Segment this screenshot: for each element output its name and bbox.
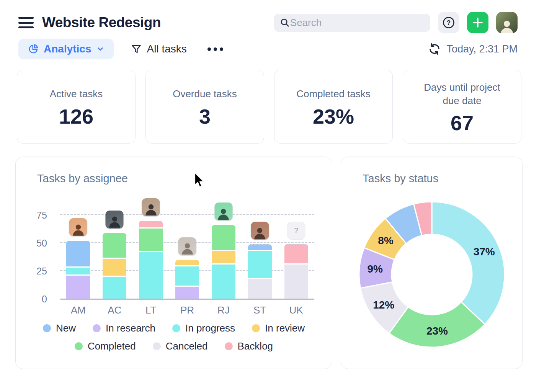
bar-plot: ? <box>60 198 314 299</box>
chevron-down-icon <box>96 45 105 53</box>
x-tick-label: RJ <box>205 304 242 316</box>
x-tick-label: PR <box>169 304 206 316</box>
stat-value: 126 <box>59 105 93 128</box>
stat-value: 67 <box>451 111 474 135</box>
pie-chart-icon <box>28 43 39 55</box>
bar-x-axis-line <box>60 299 314 300</box>
legend-item-backlog[interactable]: Backlog <box>225 340 273 352</box>
bar-slot <box>96 198 133 299</box>
bar-AC <box>103 233 126 299</box>
svg-text:?: ? <box>447 19 451 26</box>
x-tick-label: UK <box>278 304 314 316</box>
donut-chart: 37%23%12%9%8% <box>357 200 506 349</box>
last-updated: Today, 2:31 PM <box>428 42 518 56</box>
donut-slice-label: 37% <box>474 246 495 258</box>
donut-slice-in-progress[interactable] <box>432 202 505 324</box>
menu-icon[interactable] <box>18 17 34 28</box>
bar-slot <box>133 198 169 299</box>
stat-card-active-tasks: Active tasks 126 <box>17 70 136 144</box>
bar-segment-in-progress[interactable] <box>66 268 90 274</box>
search-input[interactable] <box>290 17 425 29</box>
bar-slot <box>205 198 242 299</box>
refresh-icon[interactable] <box>428 42 441 56</box>
bar-x-labels: AMACLTPRRJSTUK <box>60 304 314 316</box>
bar-chart-title: Tasks by assignee <box>37 172 128 185</box>
plus-icon <box>472 17 483 28</box>
view-label: Analytics <box>44 43 91 55</box>
person-icon <box>180 240 195 255</box>
donut-slice-label: 23% <box>426 325 448 337</box>
bar-UK <box>284 244 308 299</box>
person-icon <box>70 222 86 237</box>
help-button[interactable]: ? <box>438 12 459 33</box>
legend-item-in-progress[interactable]: In progress <box>172 322 235 334</box>
toolbar: Analytics All tasks Today, 2:31 PM <box>0 34 539 59</box>
bar-legend: NewIn researchIn progressIn reviewComple… <box>16 322 332 352</box>
bar-segment-in-progress[interactable] <box>248 251 272 278</box>
filter-icon <box>131 43 142 55</box>
legend-item-canceled[interactable]: Canceled <box>153 340 208 352</box>
header: Website Redesign ? <box>0 0 539 34</box>
stat-value: 23% <box>313 105 354 128</box>
search-box[interactable] <box>274 14 430 32</box>
question-icon: ? <box>442 16 456 29</box>
bar-segment-completed[interactable] <box>103 233 126 258</box>
bar-segment-canceled[interactable] <box>284 265 308 299</box>
bar-segment-in-review[interactable] <box>212 251 235 263</box>
bar-segment-in-progress[interactable] <box>139 252 163 299</box>
bar-segment-in-progress[interactable] <box>175 266 199 286</box>
avatar-PR <box>178 237 196 255</box>
bar-segment-completed[interactable] <box>212 225 235 250</box>
bar-segment-in-progress[interactable] <box>212 265 235 299</box>
bar-slots: ? <box>60 198 314 299</box>
stat-card-days-until-due: Days until project due date 67 <box>403 70 521 144</box>
bar-segment-in-research[interactable] <box>175 287 199 299</box>
bar-chart: 0255075 ? <box>23 198 314 299</box>
bar-segment-in-review[interactable] <box>103 259 126 276</box>
person-icon <box>107 214 122 229</box>
add-button[interactable] <box>467 12 488 33</box>
bar-segment-completed[interactable] <box>139 229 163 251</box>
legend-item-completed[interactable]: Completed <box>75 340 136 352</box>
view-selector-analytics[interactable]: Analytics <box>18 39 114 59</box>
bar-segment-in-review[interactable] <box>175 260 199 266</box>
filter-label: All tasks <box>147 43 187 55</box>
updated-text: Today, 2:31 PM <box>446 43 518 55</box>
bar-segment-in-research[interactable] <box>66 276 90 299</box>
bar-segment-canceled[interactable] <box>248 279 272 299</box>
bar-LT <box>139 221 163 299</box>
filter-all-tasks[interactable]: All tasks <box>131 43 187 55</box>
avatar-ST <box>251 222 269 240</box>
stat-label: Completed tasks <box>296 87 371 100</box>
bar-segment-new[interactable] <box>66 241 90 266</box>
bar-segment-backlog[interactable] <box>284 244 308 263</box>
user-avatar[interactable] <box>496 12 518 33</box>
legend-item-in-research[interactable]: In research <box>93 322 155 334</box>
donut-slice-label: 9% <box>367 263 383 275</box>
avatar-AM <box>69 218 87 236</box>
stat-label: Days until project due date <box>416 81 508 107</box>
person-icon <box>498 17 516 33</box>
bar-RJ <box>212 225 235 299</box>
stats-row: Active tasks 126 Overdue tasks 3 Complet… <box>0 59 539 144</box>
bar-segment-backlog[interactable] <box>139 221 163 227</box>
avatar-unknown: ? <box>287 222 305 240</box>
person-icon <box>143 201 158 216</box>
bar-segment-in-progress[interactable] <box>103 277 126 299</box>
bar-AM <box>66 241 90 299</box>
more-options-button[interactable] <box>204 44 226 54</box>
stat-value: 3 <box>199 105 211 128</box>
search-icon <box>279 17 290 28</box>
avatar-LT <box>142 198 160 216</box>
bar-y-axis: 0255075 <box>23 198 47 299</box>
stat-label: Overdue tasks <box>173 87 237 100</box>
donut-slice-label: 8% <box>378 235 394 247</box>
donut-chart-title: Tasks by status <box>363 172 438 185</box>
y-tick-label: 0 <box>42 294 47 305</box>
bar-segment-new[interactable] <box>248 244 272 250</box>
legend-item-in-review[interactable]: In review <box>252 322 305 334</box>
donut-slice-label: 12% <box>373 299 394 311</box>
bar-slot <box>169 198 206 299</box>
avatar-AC <box>106 211 124 229</box>
legend-item-new[interactable]: New <box>43 322 76 334</box>
